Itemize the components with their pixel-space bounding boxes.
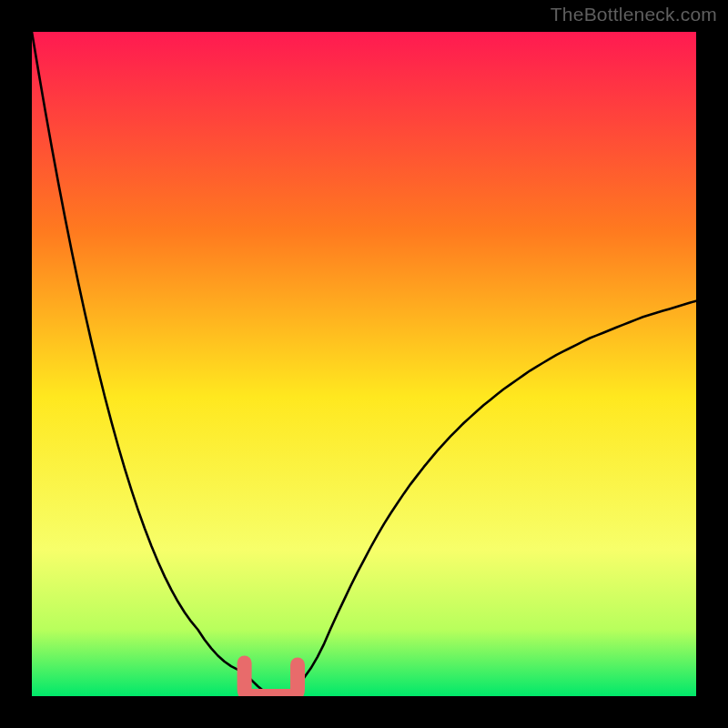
bottleneck-curve-chart	[32, 32, 696, 696]
chart-plot-area	[32, 32, 696, 696]
watermark-text: TheBottleneck.com	[551, 4, 717, 25]
chart-background-gradient	[32, 32, 696, 696]
